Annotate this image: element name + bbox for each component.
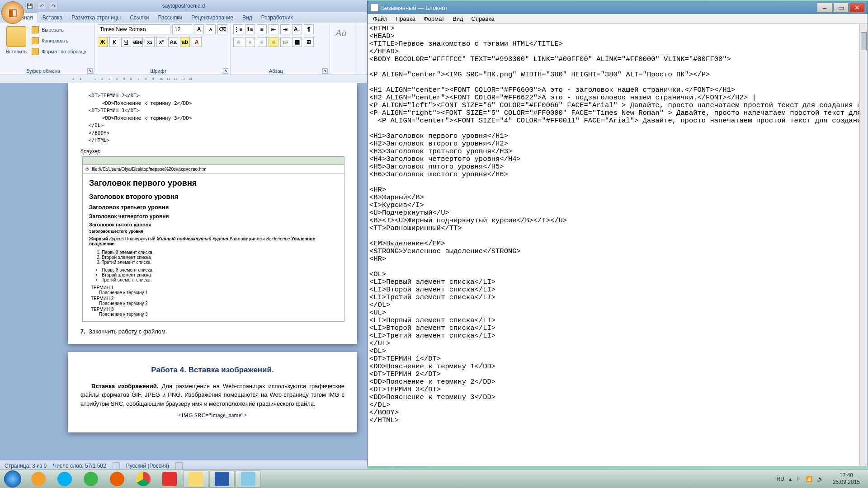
ruler[interactable]: 2 1 1 2 3 4 5 6 7 8 9 10 11 12 13 14 [0,75,367,83]
align-center-button[interactable]: ≡ [245,37,255,47]
taskbar-explorer[interactable] [183,470,208,488]
borders-button[interactable]: ⊞ [304,37,314,47]
menu-view[interactable]: Вид [449,14,467,23]
italic-button[interactable]: К [109,37,119,47]
taskbar-ccleaner[interactable] [157,470,182,488]
notepad-textarea[interactable]: <HTML> <HEAD> <TITLE>Первое знакомство с… [368,24,859,466]
bold-button[interactable]: Ж [98,37,108,47]
multilevel-button[interactable]: ≡ [257,24,267,34]
h3: Заголовок третьего уровня [89,204,338,211]
utorrent-icon [84,472,98,486]
tab-links[interactable]: Ссылки [125,13,153,23]
clear-formatting-button[interactable]: ⌫ [217,24,227,34]
page-status[interactable]: Страница: 3 из 9 [5,463,47,469]
ruler-mark: 10 [159,77,166,81]
volume-icon[interactable]: 🔊 [817,476,824,482]
taskbar: RU ▴ ⚐ 📶 🔊 17:40 25.09.2015 [0,469,868,488]
spell-check-icon[interactable] [113,462,120,469]
menu-help[interactable]: Справка [468,14,498,23]
tab-developer[interactable]: Разработчик [257,13,297,23]
notepad-taskbar-icon [241,472,255,486]
minimize-button[interactable]: – [817,3,832,13]
paste-button[interactable]: Вставить [3,24,30,64]
taskbar-skype[interactable] [52,470,77,488]
language-indicator[interactable]: RU [777,476,784,482]
align-left-button[interactable]: ≡ [233,37,243,47]
tab-mailings[interactable]: Рассылки [153,13,187,23]
flag-icon[interactable]: ⚐ [796,476,801,482]
brush-icon [32,48,39,55]
close-button[interactable]: ✕ [849,3,865,13]
indent-dec-button[interactable]: ⇤ [269,24,278,34]
menu-format[interactable]: Формат [420,14,448,23]
menu-edit[interactable]: Правка [392,14,419,23]
para-head: Вставка изображений. [91,383,158,389]
strike-button[interactable]: abc [133,37,143,47]
tab-review[interactable]: Рецензирование [187,13,238,23]
notepad-title: Безымянный — Блокнот [381,5,816,11]
dl-def: Пояснение к термину 2 [99,301,338,306]
tab-layout[interactable]: Разметка страницы [67,13,125,23]
tab-view[interactable]: Вид [238,13,257,23]
numbering-button[interactable]: 1≡ [245,24,255,34]
font-size-combo[interactable]: 12 [172,24,192,34]
cut-button[interactable]: Вырезать [32,25,86,34]
chrome-icon [136,472,151,486]
menu-file[interactable]: Файл [369,14,391,23]
tab-insert[interactable]: Вставка [38,13,67,23]
paragraph-group: ⋮≡ 1≡ ≡ ⇤ ⇥ A↓ ¶ ≡ ≡ ≡ ≡ ↕≡ ▦ ⊞ Абзац ⬊ [231,23,330,75]
superscript-button[interactable]: x² [156,37,166,47]
shading-button[interactable]: ▦ [292,37,302,47]
align-right-button[interactable]: ≡ [257,37,267,47]
notepad-titlebar[interactable]: Безымянный — Блокнот – ▭ ✕ [368,1,868,14]
taskbar-chrome[interactable] [131,470,156,488]
show-marks-button[interactable]: ¶ [304,24,314,34]
taskbar-firefox[interactable] [104,470,130,488]
copy-button[interactable]: Копировать [32,36,86,45]
taskbar-media-player[interactable] [26,470,51,488]
style-preview[interactable]: Aa [333,24,354,42]
format-painter-button[interactable]: Формат по образцу [32,47,86,56]
bullets-button[interactable]: ⋮≡ [233,24,243,34]
ruler-mark: 14 [188,77,195,81]
ruler-mark: 1 [80,77,87,81]
shrink-font-button[interactable]: A [206,24,216,34]
scrollbar-thumb[interactable] [861,32,867,50]
notepad-scrollbar[interactable] [859,24,868,466]
start-button[interactable] [0,469,25,488]
clipboard-dialog-icon[interactable]: ⬊ [87,68,93,74]
list-item: Первый элемент списка [102,267,338,272]
change-case-button[interactable]: Aa [168,37,178,47]
indent-inc-button[interactable]: ⇥ [280,24,290,34]
undo-icon[interactable]: ↶ [37,2,46,10]
line-spacing-button[interactable]: ↕≡ [280,37,290,47]
tray-chevron-icon[interactable]: ▴ [789,476,792,482]
language-status[interactable]: Русский (Россия) [126,463,169,469]
macro-icon[interactable] [175,462,183,469]
taskbar-word[interactable] [209,470,235,488]
clock-time: 17:40 [833,472,860,479]
word-count-status[interactable]: Число слов: 57/1 502 [53,463,106,469]
tray-clock[interactable]: 17:40 25.09.2015 [828,472,864,485]
subscript-button[interactable]: x₂ [145,37,155,47]
redo-icon[interactable]: ↷ [49,2,58,10]
grow-font-button[interactable]: A [194,24,204,34]
dl-term: ТЕРМИН 1 [91,285,338,290]
taskbar-notepad[interactable] [236,470,261,488]
justify-button[interactable]: ≡ [269,37,278,47]
underline-button[interactable]: Ч [121,37,131,47]
office-button[interactable]: ◧ [1,1,24,24]
paragraph-dialog-icon[interactable]: ⬊ [322,68,328,74]
font-dialog-icon[interactable]: ⬊ [223,68,228,74]
maximize-button[interactable]: ▭ [833,3,849,13]
taskbar-utorrent[interactable] [78,470,104,488]
font-color-button[interactable]: A [192,37,202,47]
highlight-button[interactable]: ab [180,37,190,47]
save-icon[interactable]: 💾 [25,2,34,10]
network-icon[interactable]: 📶 [806,476,812,482]
step-number: 7. [80,328,85,335]
sort-button[interactable]: A↓ [292,24,302,34]
quick-access-toolbar: 💾 ↶ ↷ saytopostroenie.d [0,0,367,12]
font-name-combo[interactable]: Times New Roman [98,24,170,34]
document-area[interactable]: <DT>ТЕРМИН 2</DT> <DD>Пояснение к термин… [0,83,367,460]
